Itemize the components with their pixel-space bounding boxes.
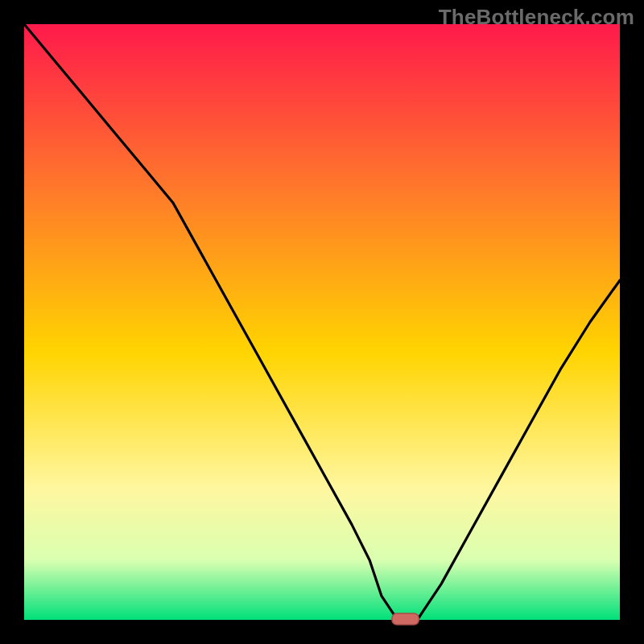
bottleneck-chart — [0, 0, 644, 644]
plot-area — [24, 24, 620, 620]
watermark-text: TheBottleneck.com — [439, 5, 634, 30]
optimum-marker — [392, 613, 419, 625]
chart-stage: TheBottleneck.com — [0, 0, 644, 644]
